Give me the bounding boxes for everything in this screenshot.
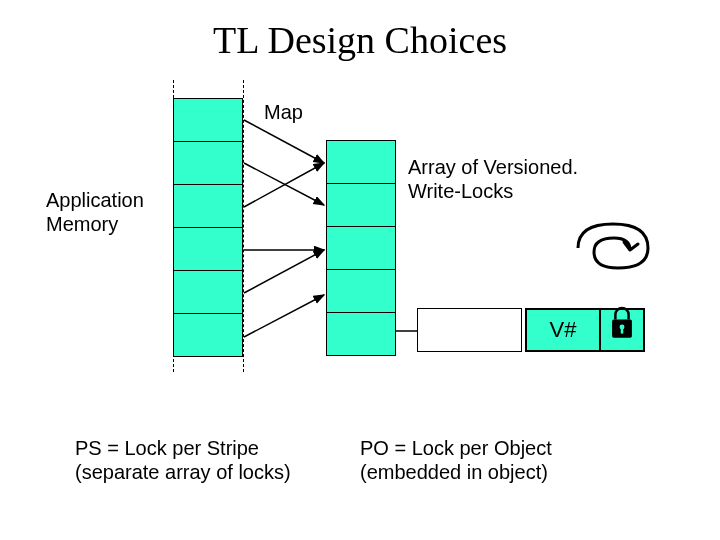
ps-label: PS = Lock per Stripe (separate array of … [75, 436, 305, 484]
lock-icon-cell [601, 310, 643, 350]
svg-line-2 [244, 163, 324, 207]
po-label: PO = Lock per Object (embedded in object… [360, 436, 600, 484]
vhash-text: V# [550, 317, 577, 343]
svg-line-4 [244, 250, 324, 293]
version-number-cell: V# [527, 310, 601, 350]
lock-cell [326, 312, 396, 356]
lock-cell [326, 140, 396, 184]
version-lock-box: V# [525, 308, 645, 352]
array-label: Array of Versioned. Write-Locks [408, 155, 618, 203]
appmem-line2: Memory [46, 213, 118, 235]
map-label: Map [264, 100, 303, 124]
lock-array-column [326, 140, 396, 356]
application-memory-column [173, 98, 243, 357]
memory-cell [173, 313, 243, 357]
memory-cell [173, 141, 243, 185]
ps-line1: PS = Lock per Stripe [75, 437, 259, 459]
memory-cell [173, 184, 243, 228]
lock-icon [607, 303, 637, 341]
memory-cell [173, 98, 243, 142]
page-title: TL Design Choices [0, 18, 720, 62]
memory-cell [173, 227, 243, 271]
svg-rect-9 [621, 328, 623, 334]
lock-cell [326, 226, 396, 270]
array-line1: Array of Versioned. [408, 156, 578, 178]
dashed-guide-right [243, 80, 244, 372]
svg-line-5 [244, 295, 324, 337]
lock-cell [326, 183, 396, 227]
appmem-line1: Application [46, 189, 144, 211]
svg-line-0 [244, 120, 324, 163]
spiral-arrow-icon [568, 218, 658, 278]
callout-box [417, 308, 522, 352]
map-arrows [242, 95, 328, 365]
po-line1: PO = Lock per Object [360, 437, 552, 459]
memory-cell [173, 270, 243, 314]
lock-cell [326, 269, 396, 313]
array-line2: Write-Locks [408, 180, 513, 202]
application-memory-label: Application Memory [46, 188, 156, 236]
ps-line2: (separate array of locks) [75, 461, 291, 483]
svg-line-1 [244, 163, 324, 205]
po-line2: (embedded in object) [360, 461, 548, 483]
